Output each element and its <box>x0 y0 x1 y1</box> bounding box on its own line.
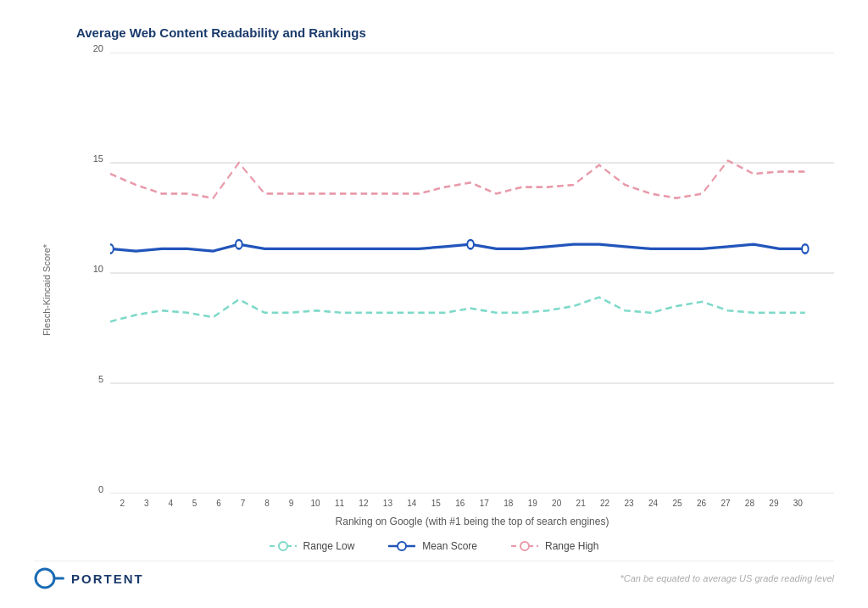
svg-point-7 <box>467 240 474 248</box>
x-tick-14: 14 <box>400 499 424 508</box>
x-tick-23: 23 <box>617 499 641 508</box>
x-tick-29: 29 <box>762 499 786 508</box>
y-tick-10: 10 <box>93 264 103 274</box>
footnote: *Can be equated to average US grade read… <box>620 573 834 583</box>
x-tick-3: 3 <box>134 499 158 508</box>
svg-point-12 <box>398 542 406 550</box>
x-tick-11: 11 <box>327 499 351 508</box>
svg-point-6 <box>236 240 242 248</box>
x-tick-17: 17 <box>472 499 496 508</box>
x-tick-30: 30 <box>786 499 810 508</box>
range-high-line <box>110 160 805 198</box>
x-tick-16: 16 <box>448 499 472 508</box>
svg-point-10 <box>279 542 287 550</box>
x-tick-4: 4 <box>159 499 182 508</box>
svg-point-5 <box>110 244 114 253</box>
x-axis-label: Ranking on Google (with #1 being the top… <box>110 516 834 527</box>
chart-title: Average Web Content Readability and Rank… <box>76 25 834 40</box>
y-tick-5: 5 <box>98 374 103 384</box>
x-tick-8: 8 <box>255 499 279 508</box>
logo: PORTENT <box>34 566 144 591</box>
mean-score-line <box>110 244 805 251</box>
footer: PORTENT *Can be equated to average US gr… <box>34 561 834 591</box>
y-tick-0: 0 <box>98 484 103 494</box>
x-tick-26: 26 <box>689 499 713 508</box>
x-tick-2: 2 <box>110 499 134 508</box>
x-tick-22: 22 <box>593 499 616 508</box>
logo-icon <box>34 566 64 591</box>
x-tick-12: 12 <box>352 499 376 508</box>
x-tick-10: 10 <box>303 499 327 508</box>
x-tick-24: 24 <box>641 499 665 508</box>
range-low-line <box>110 298 805 322</box>
svg-rect-16 <box>54 577 64 580</box>
x-tick-19: 19 <box>520 499 544 508</box>
svg-point-14 <box>520 542 529 550</box>
x-tick-extra <box>810 499 834 508</box>
y-tick-15: 15 <box>93 153 103 164</box>
y-axis-label: Flesch-Kincaid Score* <box>42 244 52 336</box>
x-tick-9: 9 <box>279 499 303 508</box>
x-tick-18: 18 <box>497 499 520 508</box>
x-tick-28: 28 <box>737 499 761 508</box>
logo-text: PORTENT <box>71 572 144 586</box>
x-tick-21: 21 <box>569 499 593 508</box>
chart-svg <box>110 53 834 494</box>
x-tick-15: 15 <box>424 499 448 508</box>
x-tick-6: 6 <box>207 499 231 508</box>
legend-mean-score: Mean Score <box>388 540 477 552</box>
legend: Range Low Mean Score Range High <box>34 540 834 552</box>
legend-range-high: Range High <box>511 540 598 552</box>
svg-point-15 <box>36 569 54 588</box>
x-tick-7: 7 <box>231 499 254 508</box>
x-tick-27: 27 <box>714 499 737 508</box>
x-tick-13: 13 <box>376 499 399 508</box>
x-tick-25: 25 <box>665 499 689 508</box>
svg-point-8 <box>802 244 809 253</box>
x-tick-20: 20 <box>544 499 568 508</box>
legend-range-low: Range Low <box>270 540 355 552</box>
x-tick-5: 5 <box>182 499 206 508</box>
y-tick-20: 20 <box>93 43 103 53</box>
